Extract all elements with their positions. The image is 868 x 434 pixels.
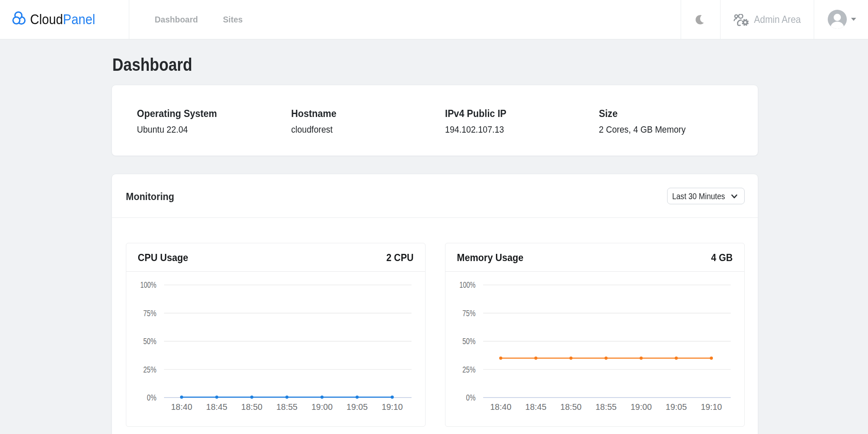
svg-text:19:05: 19:05 [347, 402, 368, 412]
svg-text:19:00: 19:00 [312, 402, 333, 412]
svg-text:19:10: 19:10 [381, 402, 403, 412]
svg-text:18:55: 18:55 [276, 402, 298, 412]
svg-text:18:40: 18:40 [171, 402, 192, 412]
svg-text:75%: 75% [143, 309, 156, 318]
svg-text:19:00: 19:00 [631, 402, 652, 412]
svg-text:100%: 100% [140, 280, 156, 289]
svg-text:18:50: 18:50 [241, 402, 262, 412]
svg-text:100%: 100% [459, 280, 476, 289]
svg-text:18:40: 18:40 [490, 402, 511, 412]
svg-text:18:50: 18:50 [560, 402, 581, 412]
svg-text:25%: 25% [462, 365, 476, 374]
svg-text:25%: 25% [143, 365, 156, 374]
svg-text:50%: 50% [143, 337, 156, 346]
svg-text:0%: 0% [147, 393, 157, 402]
svg-text:18:45: 18:45 [525, 402, 546, 412]
svg-text:18:45: 18:45 [206, 402, 227, 412]
svg-text:0%: 0% [466, 393, 476, 402]
svg-text:19:05: 19:05 [666, 402, 687, 412]
svg-text:75%: 75% [462, 309, 476, 318]
svg-text:18:55: 18:55 [595, 402, 617, 412]
svg-text:19:10: 19:10 [701, 402, 722, 412]
svg-text:50%: 50% [462, 337, 476, 346]
